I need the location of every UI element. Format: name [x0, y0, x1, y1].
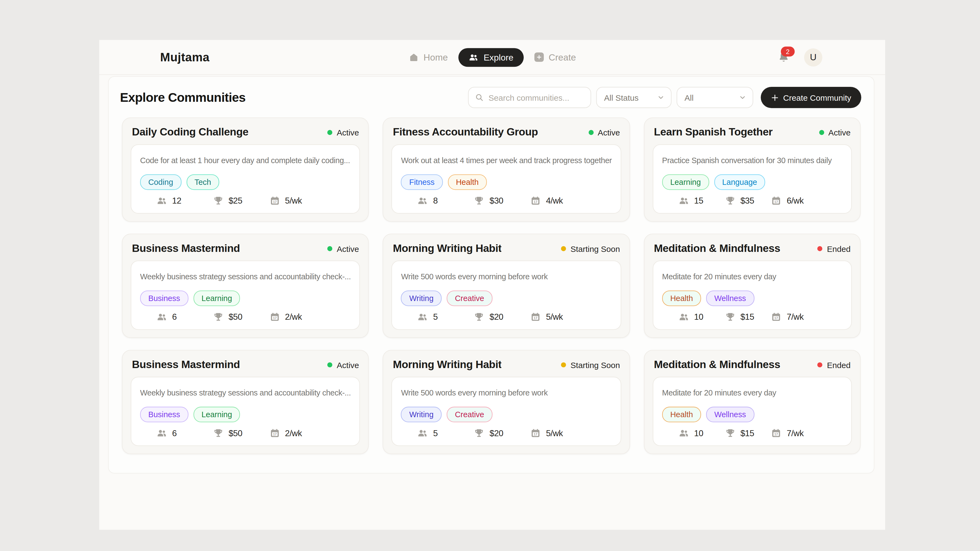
home-icon: [409, 52, 418, 62]
members-stat: 10: [678, 311, 703, 322]
members-stat: 10: [678, 428, 703, 438]
card-body: Weekly business strategy sessions and ac…: [130, 377, 360, 446]
card-header: Meditation & Mindfulness Ended: [654, 359, 851, 371]
tag-list: CodingTech: [140, 174, 351, 190]
frequency-value: 7/wk: [787, 429, 803, 438]
calendar-icon: 17: [771, 428, 781, 438]
calendar-icon: 17: [269, 428, 280, 438]
create-community-button[interactable]: Create Community: [760, 87, 861, 108]
stats-row: 6 $50 17 2/wk: [140, 311, 351, 322]
tag-pill: Fitness: [401, 174, 442, 190]
community-card[interactable]: Business Mastermind Active Weekly busine…: [122, 350, 369, 454]
tag-list: FitnessHealth: [401, 174, 612, 190]
tag-pill: Tech: [186, 174, 219, 190]
tag-list: WritingCreative: [401, 291, 612, 306]
calendar-day-label: 17: [273, 432, 277, 436]
trophy-icon: [474, 428, 484, 438]
trophy-icon: [725, 195, 735, 206]
category-filter-select[interactable]: All: [676, 87, 753, 108]
frequency-value: 6/wk: [787, 196, 803, 206]
community-card[interactable]: Meditation & Mindfulness Ended Meditate …: [644, 234, 861, 338]
stake-amount: $35: [740, 196, 754, 206]
community-title: Business Mastermind: [132, 359, 240, 371]
community-title: Meditation & Mindfulness: [654, 242, 780, 255]
status-dot: [561, 246, 566, 251]
stats-row: 8 $30 17 4/wk: [401, 195, 612, 206]
community-card[interactable]: Fitness Accountability Group Active Work…: [383, 118, 630, 222]
community-description: Practice Spanish conversation for 30 min…: [662, 156, 842, 165]
status-filter-select[interactable]: All Status: [596, 87, 671, 108]
tag-list: BusinessLearning: [140, 291, 351, 306]
search-input[interactable]: Search communities...: [468, 87, 591, 108]
members-icon: [417, 428, 428, 438]
frequency-stat: 17 4/wk: [530, 195, 563, 206]
users-icon: [469, 52, 479, 62]
members-count: 5: [433, 313, 438, 322]
stake-stat: $15: [725, 311, 754, 322]
members-count: 8: [433, 196, 438, 206]
card-header: Daily Coding Challenge Active: [132, 126, 359, 139]
frequency-stat: 17 7/wk: [771, 428, 803, 438]
status-label: Active: [337, 360, 359, 370]
frequency-value: 7/wk: [787, 313, 803, 322]
members-stat: 15: [678, 195, 703, 206]
status-dot: [561, 362, 566, 367]
card-body: Write 500 words every morning before wor…: [392, 260, 621, 330]
toolbar: Search communities... All Status All: [468, 87, 861, 108]
community-description: Weekly business strategy sessions and ac…: [140, 389, 351, 397]
status-label: Ended: [827, 244, 851, 254]
nav-label-explore: Explore: [484, 52, 513, 62]
community-card[interactable]: Learn Spanish Together Active Practice S…: [644, 118, 861, 222]
tag-list: WritingCreative: [401, 407, 612, 422]
nav-item-home[interactable]: Home: [409, 52, 448, 62]
card-header: Business Mastermind Active: [132, 242, 359, 255]
members-count: 10: [694, 313, 703, 322]
tag-pill: Health: [448, 174, 487, 190]
community-card[interactable]: Meditation & Mindfulness Ended Meditate …: [644, 350, 861, 454]
avatar[interactable]: U: [804, 48, 822, 66]
chevron-down-icon: [739, 94, 746, 101]
status-label: Starting Soon: [570, 360, 620, 370]
members-count: 6: [172, 429, 177, 438]
chevron-down-icon: [657, 94, 665, 101]
community-title: Morning Writing Habit: [393, 359, 501, 371]
tag-pill: Creative: [447, 407, 492, 422]
status-label: Starting Soon: [570, 244, 620, 254]
calendar-day-label: 17: [775, 200, 778, 204]
calendar-day-label: 17: [534, 316, 538, 320]
community-title: Business Mastermind: [132, 242, 240, 255]
tag-pill: Learning: [193, 291, 240, 306]
community-description: Meditate for 20 minutes every day: [662, 272, 842, 281]
frequency-stat: 17 5/wk: [269, 195, 302, 206]
tag-pill: Creative: [447, 291, 492, 306]
community-card[interactable]: Daily Coding Challenge Active Code for a…: [122, 118, 369, 222]
stake-stat: $30: [474, 195, 503, 206]
status-badge: Ended: [818, 244, 851, 254]
trophy-icon: [474, 311, 484, 322]
members-icon: [417, 311, 428, 322]
card-header: Fitness Accountability Group Active: [393, 126, 620, 139]
frequency-value: 4/wk: [546, 196, 563, 206]
status-badge: Active: [328, 360, 359, 370]
members-icon: [678, 195, 689, 206]
calendar-icon: 17: [771, 311, 781, 322]
community-card[interactable]: Morning Writing Habit Starting Soon Writ…: [383, 234, 630, 338]
members-count: 10: [694, 429, 703, 438]
calendar-day-label: 17: [775, 432, 778, 436]
card-body: Write 500 words every morning before wor…: [392, 377, 621, 446]
community-description: Work out at least 4 times per week and t…: [401, 156, 612, 165]
trophy-icon: [213, 311, 223, 322]
members-icon: [678, 311, 689, 322]
trophy-icon: [725, 428, 735, 438]
community-card[interactable]: Morning Writing Habit Starting Soon Writ…: [383, 350, 630, 454]
status-dot: [818, 362, 823, 367]
nav-item-explore[interactable]: Explore: [458, 48, 523, 67]
tag-list: LearningLanguage: [662, 174, 842, 190]
notifications-button[interactable]: 2: [778, 51, 790, 64]
members-icon: [156, 195, 167, 206]
stats-row: 5 $20 17 5/wk: [401, 428, 612, 438]
calendar-icon: 17: [530, 428, 541, 438]
nav-item-create[interactable]: Create: [534, 52, 576, 62]
community-card[interactable]: Business Mastermind Active Weekly busine…: [122, 234, 369, 338]
stake-amount: $50: [229, 313, 242, 322]
